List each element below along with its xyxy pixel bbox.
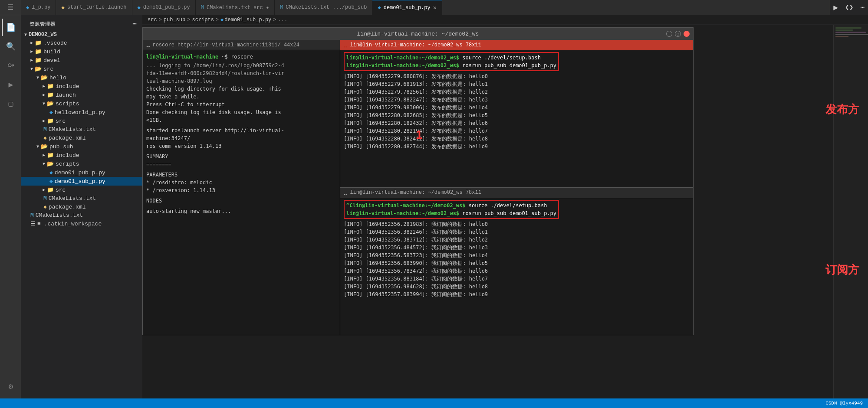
term-min-btn[interactable]: – [666,31,672,37]
folder-src-icon: 📂 [35,65,42,72]
activity-settings[interactable]: ⚙ [2,378,19,395]
tree-pub-py[interactable]: ◆ demo01_pub_p.py [21,168,142,177]
pub-info-3: [INFO] [1694352279.882247]: 发布的数据是: hell… [344,96,690,104]
more-button[interactable]: ⋯ [857,0,868,15]
pub-info-0: [INFO] [1694352279.680876]: 发布的数据是: hell… [344,72,690,80]
terminal-right-panels: ⚋ lin@lin-virtual-machine: ~/demo02_ws 7… [340,40,693,335]
terminal-content: ⚋ roscore http://lin-virtual-machine:113… [143,40,693,335]
bc-sep1: > [159,17,162,23]
tree-pubsub[interactable]: ▼ 📂 pub_sub [21,142,142,151]
tree-build[interactable]: ► 📁 build [21,47,142,56]
sub-info-4: [INFO] [1694352356.583723]: 我订阅的数据: hell… [344,251,690,259]
tree-cmake-hello[interactable]: M CMakeLists.txt [21,125,142,134]
py-sub-icon: ◆ [49,178,53,185]
term-output-log2: fda-11ee-afdf-000c2982b4d4/roslaunch-lin… [146,69,336,77]
tab-spacer [442,0,830,15]
tree-root[interactable]: ▼ DEMO02_WS [21,31,142,39]
activity-git[interactable]: ⚩ [2,57,19,74]
tree-package-pubsub[interactable]: ◆ package.xml [21,202,142,211]
term-max-btn[interactable]: ▢ [675,31,681,37]
terminal-pub-body[interactable]: lin@lin-virtual-machine:~/demo02_ws$ sou… [340,50,693,187]
sub-info-5: [INFO] [1694352356.683990]: 我订阅的数据: hell… [344,259,690,267]
terminal-sub-body[interactable]: ^Clin@lin-virtual-machine:~/demo02_ws$ s… [340,198,693,335]
sidebar-more-icon[interactable]: ⋯ [132,20,137,28]
term-output-done: Done checking log file disk usage. Usage… [146,108,336,116]
folder-launch-icon: 📁 [47,91,54,98]
pub-info-1: [INFO] [1694352279.681913]: 发布的数据是: hell… [344,80,690,88]
bc-file-icon: ◆ [220,16,224,23]
tab-sub-py-icon: ◆ [378,4,381,11]
chevron-right-include-p: ► [43,153,45,158]
folder-include-p-icon: 📁 [47,152,54,159]
bc-src: src [148,17,157,23]
pub-cmd-box: lin@lin-virtual-machine:~/demo02_ws$ sou… [344,52,559,71]
bc-sep2: > [187,17,190,23]
folder-scripts-icon: 📂 [47,100,54,107]
term-output-press: Press Ctrl-C to interrupt [146,101,336,108]
chevron-down-scripts: ▼ [43,101,45,106]
tab-cmake1-icon: M [201,4,204,10]
term-output-log3: tual-machine-8897.log [146,77,336,85]
tree-root-arrow: ▼ [24,33,27,37]
grid-icon: ⚋ [146,41,150,49]
cmake-root-icon: M [30,212,34,219]
tree-src-hello[interactable]: ► 📁 src [21,117,142,125]
tree-helloworld-py[interactable]: ◆ helloworld_p.py [21,108,142,117]
tree-vscode[interactable]: ► 📁 .vscode [21,39,142,47]
sub-info-3: [INFO] [1694352356.484572]: 我订阅的数据: hell… [344,244,690,251]
tab-cmake2-icon: M [280,4,283,10]
tree-scripts-hello[interactable]: ▼ 📂 scripts [21,99,142,108]
pub-info-9: [INFO] [1694352280.482744]: 发布的数据是: hell… [344,143,690,150]
app-container: ☰ ◆ l_p.py ◆ start_turtle.launch ◆ demo0… [0,0,868,408]
activity-extensions[interactable]: ▢ [2,95,19,112]
tree-devel[interactable]: ► 📁 devel [21,56,142,65]
sub-info-8: [INFO] [1694352356.984628]: 我订阅的数据: hell… [344,283,690,290]
folder-scripts-p-icon: 📂 [47,160,54,167]
term-params: PARAMETERS [146,171,336,179]
term-output-size: <1GB. [146,116,336,124]
activity-explorer[interactable]: 📄 [2,19,19,36]
tree-root-label: DEMO02_WS [29,32,57,38]
tree-package-hello[interactable]: ◆ package.xml [21,134,142,142]
xml-p-icon: ◆ [43,203,47,210]
terminal-window: lin@lin-virtual-machine: ~/demo02_ws – ▢… [142,27,694,335]
tab-pub-py-icon: ◆ [138,4,141,11]
term-output-machine: machine:34247/ [146,134,336,142]
tree-scripts-pubsub[interactable]: ▼ 📂 scripts [21,160,142,168]
tab-sub-active[interactable]: ◆ demo01_sub_p.py ✕ [372,0,442,15]
tab-lp[interactable]: ◆ l_p.py [21,0,56,15]
tree-include[interactable]: ► 📁 include [21,82,142,91]
run-button[interactable]: ▶ [830,0,842,15]
chevron-right-icon: ► [30,41,33,46]
sub-info-2: [INFO] [1694352356.383712]: 我订阅的数据: hell… [344,236,690,244]
tree-src[interactable]: ▼ 📂 src [21,65,142,73]
tree-src-pubsub[interactable]: ► 📁 src [21,186,142,194]
py-pub-icon: ◆ [49,169,53,176]
chevron-right-include: ► [43,84,45,89]
activity-debug[interactable]: ▶ [2,76,19,93]
grid-icon-pub: ⚋ [344,42,347,49]
tree-sub-py[interactable]: ◆ demo01_sub_p.py [21,177,142,186]
terminal-left-body[interactable]: lin@lin-virtual-machine ~$ roscore ... l… [143,50,340,335]
tree-include-pubsub[interactable]: ► 📁 include [21,151,142,160]
tab-sidebar-icon[interactable]: ☰ [0,0,21,15]
term-close-btn[interactable] [684,31,690,37]
tab-cmake2[interactable]: M CMakeLists.txt .../pub_sub [275,0,372,15]
tree-catkin[interactable]: ☰ ≡ .catkin_workspace [21,219,142,228]
tab-cmake1[interactable]: M CMakeLists.txt src ✦ [196,0,275,15]
tree-cmake-root[interactable]: M CMakeLists.txt [21,211,142,219]
term-output-version: ros_comm version 1.14.13 [146,142,336,150]
tree-hello[interactable]: ▼ 📂 hello [21,73,142,82]
tab-pub[interactable]: ◆ demo01_pub_p.py [132,0,196,15]
tree-cmake-pubsub[interactable]: M CMakeLists.txt [21,194,142,202]
bc-scripts: scripts [192,17,214,23]
tree-launch[interactable]: ► 📁 launch [21,91,142,99]
terminal-buttons: – ▢ [666,31,690,37]
terminal-pub-header: ⚋ lin@lin-virtual-machine: ~/demo02_ws 7… [340,40,693,50]
tab-launch[interactable]: ◆ start_turtle.launch [56,0,132,15]
activity-search[interactable]: 🔍 [2,38,19,55]
split-button[interactable]: ❮❯ [842,0,857,15]
sub-info-6: [INFO] [1694352356.783472]: 我订阅的数据: hell… [344,267,690,275]
tab-close-icon[interactable]: ✕ [433,4,437,11]
chevron-right-src: ► [43,119,45,124]
